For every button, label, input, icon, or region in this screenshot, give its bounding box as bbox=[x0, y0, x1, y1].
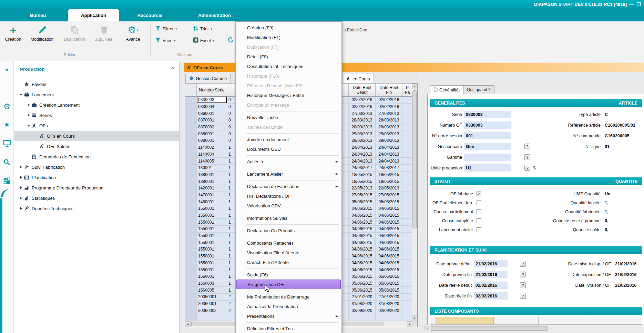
cell-partial[interactable] bbox=[402, 212, 412, 219]
cell-partial[interactable] bbox=[402, 280, 412, 287]
sidebar-tree-item[interactable]: Demandes de Fabrication bbox=[14, 151, 179, 162]
cell-partial[interactable] bbox=[402, 151, 412, 158]
cell-date-reel-debut[interactable]: 02/02/2016 bbox=[349, 104, 376, 110]
cell-numero-serie[interactable]: 0880001 bbox=[197, 130, 227, 137]
cell-date-reel-fin[interactable]: 27/03/2013 bbox=[376, 110, 402, 117]
row-selector[interactable] bbox=[185, 212, 197, 219]
row-selector[interactable] bbox=[185, 219, 197, 226]
cell-date-reel-fin[interactable]: 24/04/2013 bbox=[376, 158, 402, 165]
context-menu-item[interactable]: Modification (F1) ▶ bbox=[236, 32, 341, 42]
cell-partial[interactable] bbox=[402, 253, 412, 260]
cell-numero-serie[interactable]: 0880001 bbox=[197, 137, 227, 144]
cell-partial[interactable] bbox=[402, 233, 412, 239]
row-selector[interactable] bbox=[185, 137, 197, 144]
cell-partial[interactable] bbox=[402, 260, 412, 267]
rail-search-icon[interactable] bbox=[0, 158, 14, 167]
cell-numero-serie[interactable]: 130001 bbox=[197, 165, 227, 172]
cell-date-reel-debut[interactable]: 05/05/2015 bbox=[349, 198, 376, 205]
cell-date-reel-debut[interactable]: 27/01/2020 bbox=[349, 294, 376, 301]
context-menu-item[interactable]: Duplication (F7) ▶ bbox=[236, 42, 341, 52]
cell-numero-serie[interactable]: 1140005 bbox=[197, 158, 227, 165]
row-selector[interactable] bbox=[185, 110, 197, 117]
cell-partial[interactable] bbox=[402, 130, 412, 137]
context-menu-item[interactable]: Tâches de l'Entité ▶ bbox=[236, 122, 341, 132]
sidebar-tree-item[interactable]: Données Techniques bbox=[14, 203, 179, 214]
context-menu-item[interactable]: Détail (F8) ▶ bbox=[236, 52, 341, 61]
context-menu-item[interactable]: Valorisation CRV ▶ bbox=[236, 201, 341, 210]
cell-numero-serie[interactable]: 1550001 bbox=[197, 233, 227, 239]
cell-partial[interactable] bbox=[402, 273, 412, 280]
cell-date-reel-fin[interactable]: 05/06/2015 bbox=[376, 287, 402, 294]
cell-numero-serie[interactable]: 1140004 bbox=[197, 151, 227, 158]
context-menu-item[interactable]: Déclaration de Fabrication ▶ bbox=[236, 182, 341, 191]
cell-date-reel-fin[interactable]: 05/06/2015 bbox=[376, 273, 402, 280]
cell-date-reel-debut[interactable]: 02/09/2020 bbox=[349, 307, 376, 314]
cell-numero-serie[interactable]: 1470001 bbox=[197, 192, 227, 199]
cell-date-reel-debut[interactable]: 05/06/2015 bbox=[349, 273, 376, 280]
row-selector[interactable] bbox=[185, 97, 197, 104]
context-menu-item[interactable]: Documents GED ▶ bbox=[236, 144, 341, 154]
row-selector[interactable] bbox=[185, 280, 197, 287]
cell-date-reel-debut[interactable]: 02/02/2016 bbox=[349, 97, 376, 104]
row-selector[interactable] bbox=[185, 233, 197, 239]
cell-date-reel-fin[interactable]: 05/05/2015 bbox=[376, 198, 402, 205]
cell-partial[interactable] bbox=[402, 124, 412, 131]
help-button[interactable]: ? bbox=[520, 272, 526, 277]
cell-partial[interactable] bbox=[402, 294, 412, 301]
context-menu-item[interactable]: His. Déclarations / OF ▶ bbox=[236, 191, 341, 201]
creation-button[interactable]: + Création bbox=[0, 23, 26, 42]
cell-partial[interactable] bbox=[402, 301, 412, 307]
context-menu-item[interactable]: Consultation Inf. Techniques ▶ bbox=[236, 61, 341, 71]
modification-button[interactable]: Modification bbox=[29, 23, 55, 42]
cell-date-reel-fin[interactable]: 18/05/2015 bbox=[376, 172, 402, 178]
rail-grid-icon[interactable] bbox=[0, 177, 14, 186]
cell-date-reel-fin[interactable]: 28/03/2013 bbox=[376, 117, 402, 124]
help-button[interactable]: ? bbox=[520, 282, 526, 288]
composants-grid-row[interactable] bbox=[430, 325, 642, 325]
cell-partial[interactable] bbox=[402, 104, 412, 110]
cell-date-reel-debut[interactable]: 04/06/2015 bbox=[349, 266, 376, 273]
sidebar-tree-item[interactable]: Statistiques bbox=[14, 193, 179, 203]
cell-numero-serie[interactable]: 0860001 bbox=[197, 110, 227, 117]
close-icon[interactable]: × bbox=[171, 65, 174, 71]
cell-numero-serie[interactable]: 20360002 bbox=[197, 307, 227, 314]
vertical-scroll-thumb[interactable] bbox=[412, 90, 417, 228]
cell-numero-serie[interactable]: 1550001 bbox=[197, 253, 227, 260]
context-menu-item[interactable]: Envoyer un message ▶ bbox=[236, 100, 341, 110]
cell-numero-serie[interactable]: 1550001 bbox=[197, 246, 227, 253]
help-button[interactable]: ? bbox=[524, 144, 530, 149]
cell-date-reel-debut[interactable]: 04/06/2015 bbox=[349, 212, 376, 219]
cell-date-reel-debut[interactable]: 05/06/2015 bbox=[349, 287, 376, 294]
tab-administration[interactable]: Administration bbox=[188, 9, 241, 21]
context-menu-item[interactable]: Re-génération OFs ▶ bbox=[236, 280, 341, 289]
cell-numero-serie[interactable] bbox=[197, 314, 227, 321]
cell-partial[interactable] bbox=[402, 144, 412, 151]
cell-numero-serie[interactable]: 1550001 bbox=[197, 239, 227, 246]
cell-date-reel-debut[interactable]: 05/06/2015 bbox=[349, 280, 376, 287]
context-menu-item[interactable]: Solde (F6) ▶ bbox=[236, 270, 341, 280]
cell-numero-serie[interactable]: 0330003 bbox=[197, 97, 227, 104]
cell-numero-serie[interactable]: 0330004 bbox=[197, 104, 227, 110]
tree-chevron-icon[interactable] bbox=[18, 92, 24, 97]
header-partial[interactable]: P Pa bbox=[402, 84, 412, 96]
row-selector[interactable] bbox=[185, 205, 197, 212]
panel-horizontal-scrollbar[interactable]: ‹ bbox=[425, 326, 644, 331]
cell-date-reel-fin[interactable]: 02/09/2020 bbox=[376, 307, 402, 314]
cell-date-reel-debut[interactable]: 04/06/2015 bbox=[349, 233, 376, 239]
collapse-chevron-icon[interactable]: « bbox=[0, 66, 14, 73]
tab-application[interactable]: Application bbox=[68, 9, 119, 21]
cell-date-reel-debut[interactable]: 31/08/2020 bbox=[349, 301, 376, 307]
row-selector[interactable] bbox=[185, 314, 197, 321]
composants-header-cell[interactable] bbox=[590, 317, 642, 325]
cell-numero-serie[interactable]: 1560001 bbox=[197, 273, 227, 280]
composants-header-cell[interactable] bbox=[494, 317, 539, 325]
panel-scroll-left-icon[interactable]: ‹ bbox=[425, 326, 430, 331]
cell-numero-serie[interactable]: 20360001 bbox=[197, 301, 227, 307]
tree-chevron-icon[interactable] bbox=[25, 104, 32, 106]
sidebar-tree-item[interactable]: Lancement bbox=[14, 89, 179, 100]
row-selector[interactable] bbox=[185, 144, 197, 151]
cell-partial[interactable] bbox=[402, 185, 412, 192]
cell-date-reel-debut[interactable]: 24/04/2013 bbox=[349, 151, 376, 158]
help-button[interactable]: ? bbox=[524, 165, 530, 171]
tree-chevron-icon[interactable] bbox=[18, 186, 24, 189]
